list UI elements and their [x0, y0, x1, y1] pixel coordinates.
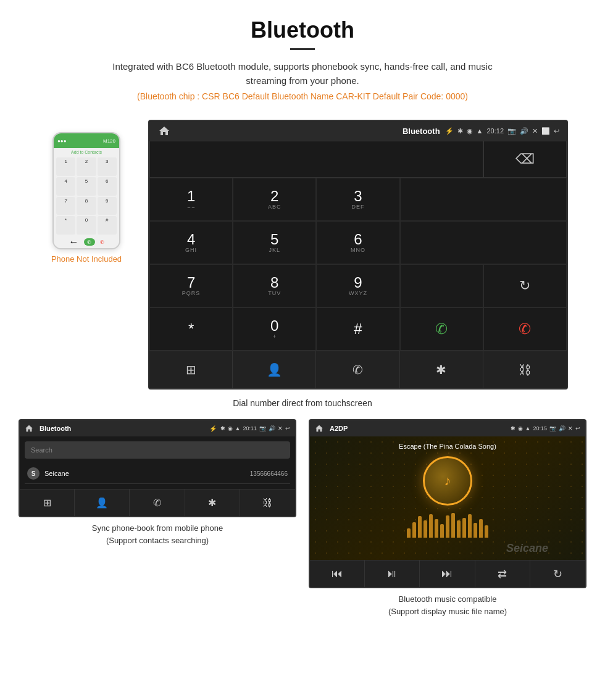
pb-toolbar-link[interactable]: ⛓ — [240, 490, 295, 516]
window-icon: ⬜ — [541, 127, 550, 135]
toolbar-bluetooth-btn[interactable]: ✱ — [400, 351, 483, 388]
eq-bar — [446, 515, 449, 538]
pb-toolbar-bt[interactable]: ✱ — [185, 490, 240, 516]
phone-key-7[interactable]: 7 — [56, 197, 75, 215]
music-back[interactable]: ↩ — [575, 425, 580, 431]
eq-bar — [479, 519, 483, 538]
pb-vol-icon: 🔊 — [269, 425, 275, 431]
phonebook-screen: Bluetooth ⚡ ✱ ◉ ▲ 20:11 📷 🔊 ✕ ↩ Search — [19, 419, 296, 517]
toolbar-contacts-btn[interactable]: 👤 — [233, 351, 316, 388]
music-close[interactable]: ✕ — [568, 425, 573, 431]
dial-key-5[interactable]: 5 JKL — [233, 221, 316, 264]
usb-icon: ⚡ — [445, 127, 454, 135]
pb-cam-icon: 📷 — [259, 425, 266, 431]
dialer-bottom-toolbar: ⊞ 👤 ✆ ✱ ⛓ — [149, 351, 567, 388]
music-bt-icon: ✱ — [511, 425, 515, 431]
backspace-icon: ⌫ — [515, 151, 535, 167]
music-bluetooth-icon: ♪ — [444, 473, 451, 489]
pb-toolbar-phone[interactable]: ✆ — [130, 490, 185, 516]
music-repeat-btn[interactable]: ↻ — [530, 560, 585, 587]
page-description: Integrated with BC6 Bluetooth module, su… — [93, 60, 512, 88]
music-next-btn[interactable]: ⏭ — [420, 560, 475, 587]
pb-back[interactable]: ↩ — [285, 425, 290, 431]
pb-close[interactable]: ✕ — [278, 425, 283, 431]
phone-end-icon: ✆ — [100, 240, 104, 245]
dial-key-hash[interactable]: # — [316, 307, 399, 351]
phone-model: M120 — [103, 138, 115, 144]
dial-key-9[interactable]: 9 WXYZ — [316, 264, 399, 307]
eq-bar — [412, 522, 416, 538]
phone-key-3[interactable]: 3 — [98, 157, 117, 176]
eq-bar — [440, 524, 444, 538]
eq-bar — [435, 519, 438, 538]
phone-key-1[interactable]: 1 — [56, 157, 75, 176]
empty-cell-1 — [400, 178, 567, 221]
volume-icon: 🔊 — [520, 127, 528, 135]
camera-icon: 📷 — [507, 127, 516, 135]
phonebook-status-right: ✱ ◉ ▲ 20:11 📷 🔊 ✕ ↩ — [220, 425, 290, 431]
music-shuffle-btn[interactable]: ⇄ — [475, 560, 530, 587]
phonebook-screen-wrapper: Bluetooth ⚡ ✱ ◉ ▲ 20:11 📷 🔊 ✕ ↩ Search — [19, 419, 296, 617]
redial-button[interactable]: ↻ — [483, 264, 567, 307]
pb-bt-icon: ✱ — [220, 425, 225, 431]
toolbar-link-btn[interactable]: ⛓ — [483, 351, 567, 388]
dial-key-0[interactable]: 0 + — [233, 307, 316, 351]
phonebook-body: Search S Seicane 13566664466 — [20, 436, 295, 489]
toolbar-dialpad-btn[interactable]: ⊞ — [149, 351, 233, 388]
toolbar-phone-btn[interactable]: ✆ — [316, 351, 399, 388]
pb-toolbar-contacts[interactable]: 👤 — [75, 490, 130, 516]
phonebook-home-icon[interactable] — [25, 425, 33, 432]
phone-key-6[interactable]: 6 — [98, 177, 117, 196]
home-icon[interactable] — [157, 123, 172, 138]
dialer-grid: ⌫ 1 ⌣⌣ 2 ABC 3 DEF 4 GHI 5 — [149, 141, 567, 351]
dial-key-3[interactable]: 3 DEF — [316, 178, 399, 221]
end-call-button[interactable]: ✆ — [483, 307, 567, 351]
phonebook-toolbar: ⊞ 👤 ✆ ✱ ⛓ — [20, 489, 295, 516]
bluetooth-specs: (Bluetooth chip : CSR BC6 Default Blueto… — [0, 91, 605, 101]
backspace-button[interactable]: ⌫ — [483, 141, 567, 178]
location-icon: ◉ — [467, 127, 473, 135]
music-body: Escape (The Pina Colada Song) ♪ Seicane — [310, 436, 585, 560]
phone-key-2[interactable]: 2 — [77, 157, 96, 176]
dial-key-1[interactable]: 1 ⌣⌣ — [149, 178, 233, 221]
call-end-icon: ✆ — [511, 315, 538, 343]
dial-key-4[interactable]: 4 GHI — [149, 221, 233, 264]
phone-mockup: ●●● M120 Add to Contacts 1 2 3 4 5 6 7 8… — [52, 132, 120, 249]
search-bar[interactable]: Search — [25, 441, 290, 459]
music-home-icon[interactable] — [315, 425, 323, 432]
phone-key-star[interactable]: * — [56, 216, 75, 235]
bluetooth-status-icon: ✱ — [457, 127, 463, 135]
back-icon[interactable]: ↩ — [554, 127, 559, 135]
music-prev-btn[interactable]: ⏮ — [310, 560, 365, 587]
phone-key-0[interactable]: 0 — [77, 216, 96, 235]
dial-key-2[interactable]: 2 ABC — [233, 178, 316, 221]
dialer-status-bar: Bluetooth ⚡ ✱ ◉ ▲ 20:12 📷 🔊 ✕ ⬜ ↩ — [149, 121, 567, 141]
dial-key-6[interactable]: 6 MNO — [316, 221, 399, 264]
music-play-pause-btn[interactable]: ⏯ — [365, 560, 420, 587]
eq-bar — [468, 514, 472, 538]
dial-key-star[interactable]: * — [149, 307, 233, 351]
phone-key-4[interactable]: 4 — [56, 177, 75, 196]
call-button[interactable]: ✆ — [400, 307, 483, 351]
pb-toolbar-dialpad[interactable]: ⊞ — [20, 490, 75, 516]
dial-caption: Dial number direct from touchscreen — [0, 398, 605, 408]
music-toolbar: ⏮ ⏯ ⏭ ⇄ ↻ — [310, 560, 585, 587]
dialer-screen-title: Bluetooth — [403, 127, 440, 136]
phone-key-8[interactable]: 8 — [77, 197, 96, 215]
music-screen: A2DP ✱ ◉ ▲ 20:15 📷 🔊 ✕ ↩ Escape (The Pin… — [309, 419, 586, 588]
phone-call-button[interactable]: ✆ — [84, 238, 95, 246]
phone-key-hash[interactable]: # — [98, 216, 117, 235]
dial-key-8[interactable]: 8 TUV — [233, 264, 316, 307]
music-screen-wrapper: A2DP ✱ ◉ ▲ 20:15 📷 🔊 ✕ ↩ Escape (The Pin… — [309, 419, 586, 617]
close-icon[interactable]: ✕ — [532, 127, 538, 135]
phone-bottom-bar: ← ✆ ✆ — [54, 236, 119, 248]
dial-key-7[interactable]: 7 PQRS — [149, 264, 233, 307]
phone-key-9[interactable]: 9 — [98, 197, 117, 215]
pb-time: 20:11 — [243, 425, 257, 431]
empty-cell-2 — [400, 221, 567, 264]
empty-cell-3 — [400, 264, 483, 307]
contact-row[interactable]: S Seicane 13566664466 — [25, 464, 290, 484]
phonebook-caption: Sync phone-book from mobile phone (Suppo… — [92, 522, 223, 546]
phone-key-5[interactable]: 5 — [77, 177, 96, 196]
status-bar-right: ⚡ ✱ ◉ ▲ 20:12 📷 🔊 ✕ ⬜ ↩ — [445, 127, 559, 135]
